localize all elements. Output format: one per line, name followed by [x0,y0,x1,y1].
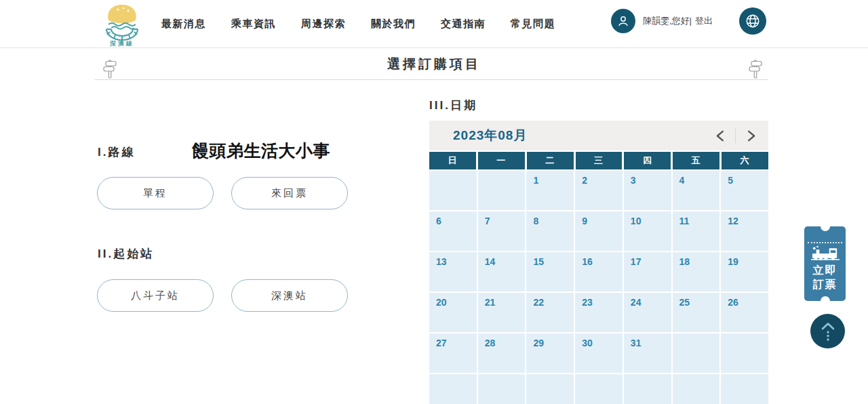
calendar-day-of-week: 一 [478,152,525,169]
calendar-day-of-week: 五 [673,152,719,169]
calendar-day-16[interactable]: 16 [575,252,623,291]
signpost-icon [101,59,119,79]
day-number: 5 [721,171,768,186]
calendar-day-empty [575,374,623,404]
book-now-button[interactable]: 立即訂票 [804,226,846,301]
calendar-day-empty [478,171,526,210]
day-number: 18 [673,252,720,267]
signpost-icon [747,59,764,79]
nav-item-ride-info[interactable]: 乘車資訊 [231,18,276,31]
calendar-day-9[interactable]: 9 [575,211,623,251]
day-number: 6 [429,211,477,226]
date-picker-calendar: 2023年08月 日一二三四五六 12345678910111213141516… [429,121,768,404]
calendar-day-26[interactable]: 26 [721,293,768,332]
calendar-day-23[interactable]: 23 [575,293,623,332]
nav-item-about-us[interactable]: 關於我們 [371,18,416,31]
nav-item-faq[interactable]: 常見問題 [511,18,555,31]
calendar-day-empty [429,374,477,404]
calendar-day-10[interactable]: 10 [624,211,671,251]
calendar-day-18[interactable]: 18 [673,252,720,291]
day-number: 8 [526,211,574,226]
day-number: 14 [478,252,526,267]
calendar-day-30[interactable]: 30 [575,334,623,373]
one-way-button[interactable]: 單程 [97,177,214,209]
calendar-day-24[interactable]: 24 [624,293,671,332]
calendar-day-19[interactable]: 19 [721,252,768,291]
calendar-day-8[interactable]: 8 [526,211,574,251]
ticket-perforation [808,242,842,243]
day-number: 24 [624,293,671,308]
calendar-day-22[interactable]: 22 [526,293,574,332]
nav-item-explore[interactable]: 周邊探索 [301,18,346,31]
calendar-day-2[interactable]: 2 [575,171,623,210]
train-icon [811,245,840,262]
nav-item-traffic-guide[interactable]: 交通指南 [441,18,486,31]
day-number: 17 [624,252,671,267]
calendar-day-20[interactable]: 20 [429,293,477,332]
calendar-day-of-week: 四 [624,152,671,169]
calendar-day-28[interactable]: 28 [478,334,526,373]
chevron-left-icon [715,130,725,142]
calendar-day-31[interactable]: 31 [624,334,671,373]
day-number: 15 [526,252,574,267]
day-number: 19 [721,252,768,267]
round-trip-button[interactable]: 來回票 [231,177,348,209]
calendar-arrows [711,121,760,150]
calendar-day-of-week: 六 [722,152,768,169]
shenao-line-logo[interactable]: 深澳線 [98,2,146,47]
calendar-day-27[interactable]: 27 [429,334,477,373]
calendar-day-7[interactable]: 7 [478,211,526,251]
user-account-button[interactable] [611,9,635,33]
day-number: 31 [624,334,671,348]
day-number: 13 [429,252,477,267]
day-number: 4 [673,171,720,186]
site-header: 深澳線 最新消息 乘車資訊 周邊探索 關於我們 交通指南 常見問題 陳韻雯,您好… [0,0,868,48]
calendar-day-empty [673,334,720,373]
calendar-day-5[interactable]: 5 [721,171,768,210]
calendar-day-of-week: 三 [576,152,623,169]
globe-icon [745,13,761,29]
nav-item-news[interactable]: 最新消息 [161,18,206,31]
previous-month-button[interactable] [711,127,728,144]
calendar-day-17[interactable]: 17 [624,252,671,291]
calendar-day-of-week: 二 [527,152,574,169]
calendar-day-15[interactable]: 15 [526,252,574,291]
calendar-day-11[interactable]: 11 [673,211,720,251]
calendar-day-21[interactable]: 21 [478,293,526,332]
watermark-text: 饅頭弟生活大小事 [192,140,330,162]
calendar-day-empty [429,171,477,210]
calendar-day-6[interactable]: 6 [429,211,477,251]
calendar-day-29[interactable]: 29 [526,334,574,373]
calendar-day-12[interactable]: 12 [721,211,768,251]
calendar-day-empty [673,374,720,404]
calendar-day-3[interactable]: 3 [624,171,671,210]
day-number: 28 [478,334,526,348]
day-number: 22 [526,293,574,308]
next-month-button[interactable] [743,127,760,144]
calendar-day-empty [721,334,768,373]
calendar-day-4[interactable]: 4 [673,171,720,210]
chevron-up-icon [819,321,837,342]
page-title: 選擇訂購項目 [0,56,868,73]
route-options: 單程 來回票 [97,177,348,209]
calendar-day-25[interactable]: 25 [673,293,720,332]
user-greeting: 陳韻雯,您好| [643,15,692,27]
language-button[interactable] [739,7,766,35]
scroll-to-top-button[interactable] [810,314,845,348]
day-number: 10 [624,211,671,226]
origin-station-section-heading: II.起始站 [98,246,154,262]
calendar-month-label: 2023年08月 [453,127,527,144]
calendar-day-14[interactable]: 14 [478,252,526,291]
day-number: 23 [575,293,623,308]
calendar-day-empty [721,374,768,404]
logout-link[interactable]: 登出 [695,15,713,27]
calendar-day-of-week: 日 [429,152,476,169]
day-number: 7 [478,211,526,226]
day-number: 1 [526,171,574,186]
badouzi-station-button[interactable]: 八斗子站 [97,279,214,312]
calendar-day-13[interactable]: 13 [429,252,477,291]
calendar-day-1[interactable]: 1 [526,171,574,210]
shenao-station-button[interactable]: 深澳站 [231,279,348,312]
day-number: 11 [673,211,720,226]
title-divider [95,79,768,80]
